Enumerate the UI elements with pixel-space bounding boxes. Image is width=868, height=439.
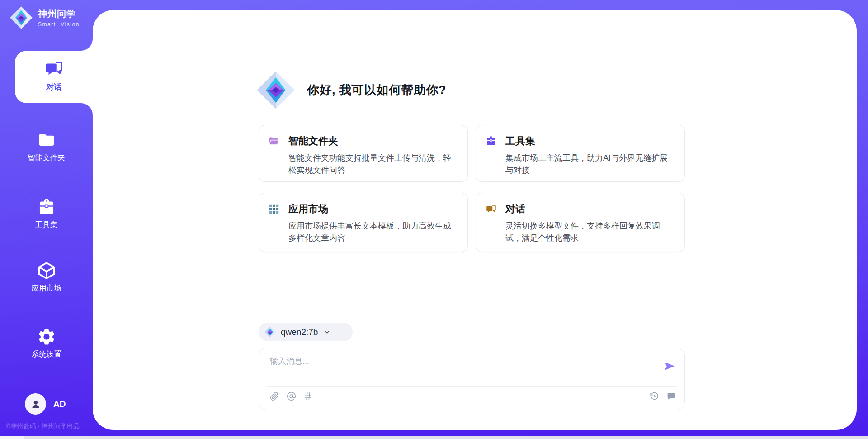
model-name: qwen2:7b [281, 327, 318, 337]
sidebar-item-label: 工具集 [0, 220, 93, 230]
greeting-text: 你好, 我可以如何帮助你? [307, 82, 446, 98]
gem-logo-icon [255, 70, 296, 110]
card-toolset[interactable]: 工具集 集成市场上主流工具，助力AI与外界无缝扩展与对接 [476, 125, 685, 182]
card-chat[interactable]: 对话 灵活切换多模型文件，支持多样回复效果调试，满足个性化需求 [476, 193, 685, 252]
chat-bubbles-icon [485, 203, 497, 215]
sidebar-item-smart-folder[interactable]: 智能文件夹 [0, 130, 93, 163]
tab-curve-bottom [81, 103, 93, 115]
card-smart-folder[interactable]: 智能文件夹 智能文件夹功能支持批量文件上传与清洗，轻松实现文件问答 [259, 125, 468, 182]
sidebar-item-label: 应用市场 [0, 283, 93, 293]
card-description: 灵活切换多模型文件，支持多样回复效果调试，满足个性化需求 [505, 220, 674, 244]
mention-button[interactable] [287, 391, 296, 401]
messages-button[interactable] [666, 391, 676, 401]
sidebar-item-label: 智能文件夹 [0, 153, 93, 163]
card-description: 应用市场提供丰富长文本模板，助力高效生成多样化文章内容 [288, 220, 457, 244]
horizontal-scrollbar[interactable] [0, 436, 868, 439]
user-initials: AD [53, 399, 66, 409]
at-sign-icon [287, 391, 296, 401]
chat-bubbles-icon [43, 58, 64, 79]
hashtag-button[interactable] [303, 391, 313, 401]
cube-icon [37, 261, 57, 281]
sidebar-item-settings[interactable]: 系统设置 [0, 327, 93, 359]
feature-cards: 智能文件夹 智能文件夹功能支持批量文件上传与清洗，轻松实现文件问答 工具集 集 [259, 125, 685, 252]
sidebar-item-app-market[interactable]: 应用市场 [0, 261, 93, 293]
sidebar-item-label: 对话 [15, 82, 93, 92]
model-selector[interactable]: qwen2:7b [259, 323, 353, 341]
send-button[interactable] [663, 360, 676, 372]
composer-divider [266, 386, 677, 387]
main-content: 你好, 我可以如何帮助你? 智能文件夹 智能文件夹功能支持批量文件上传与清洗，轻… [93, 10, 857, 430]
user-icon [29, 398, 42, 410]
card-description: 集成市场上主流工具，助力AI与外界无缝扩展与对接 [505, 152, 674, 177]
briefcase-icon [485, 135, 497, 147]
copyright-text: ©神州数码 · 神州问学出品 [6, 422, 80, 430]
message-input[interactable] [270, 356, 650, 382]
message-filled-icon [666, 391, 676, 401]
briefcase-icon [37, 197, 57, 217]
card-title: 工具集 [505, 134, 535, 148]
card-title: 应用市场 [288, 202, 328, 216]
gear-icon [37, 327, 57, 347]
sidebar-item-toolset[interactable]: 工具集 [0, 197, 93, 230]
hash-icon [303, 391, 313, 401]
avatar [25, 393, 46, 415]
app-root: 神州问学 Smart Vision 对话 智能文件夹 工具集 [0, 0, 868, 439]
paperclip-icon [270, 391, 279, 401]
gem-logo-icon [264, 326, 276, 338]
scrollbar-thumb[interactable] [0, 436, 24, 439]
folder-open-icon [268, 135, 280, 147]
message-composer [259, 348, 685, 410]
card-title: 智能文件夹 [288, 134, 338, 148]
card-app-market[interactable]: 应用市场 应用市场提供丰富长文本模板，助力高效生成多样化文章内容 [259, 193, 468, 252]
brand-logo: 神州问学 Smart Vision [9, 5, 80, 30]
attachment-button[interactable] [270, 391, 279, 401]
card-title: 对话 [505, 202, 525, 216]
gem-logo-icon [9, 5, 33, 30]
folder-icon [37, 130, 57, 150]
history-icon [650, 391, 659, 401]
greeting-block: 你好, 我可以如何帮助你? [255, 70, 446, 110]
brand-subtitle: Smart Vision [38, 21, 80, 28]
sidebar-item-chat[interactable]: 对话 [15, 51, 93, 103]
history-button[interactable] [650, 391, 659, 401]
send-icon [663, 360, 676, 372]
brand-name: 神州问学 [38, 8, 80, 20]
card-description: 智能文件夹功能支持批量文件上传与清洗，轻松实现文件问答 [288, 152, 457, 177]
sidebar-item-label: 系统设置 [0, 349, 93, 359]
user-profile[interactable]: AD [25, 393, 66, 415]
chevron-down-icon [323, 328, 331, 336]
tab-curve-top [81, 39, 93, 51]
grid-icon [268, 203, 280, 215]
